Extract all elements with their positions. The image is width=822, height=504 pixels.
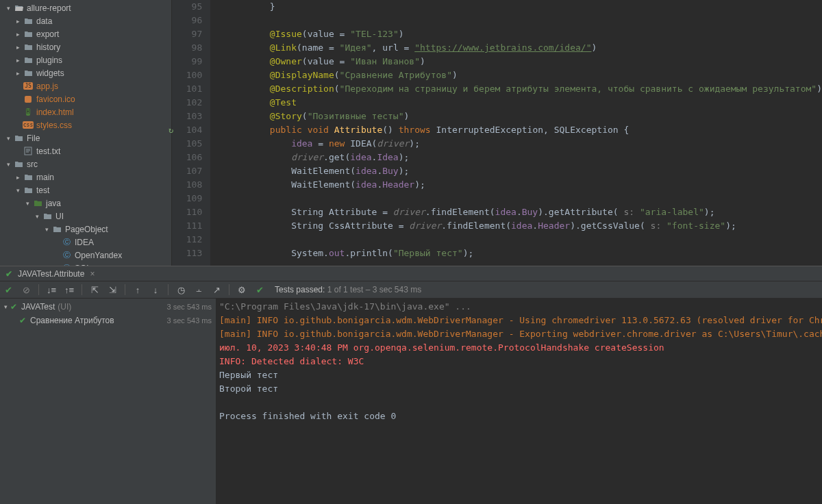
line-number: 111 bbox=[172, 219, 202, 233]
tree-item-label: app.js bbox=[36, 81, 58, 91]
console-line: июл. 10, 2023 3:40:48 PM org.openqa.sele… bbox=[219, 341, 819, 355]
tree-item-ui[interactable]: ▾UI bbox=[0, 210, 171, 223]
code-line[interactable]: @DisplayName("Сравнение Атрибутов") bbox=[227, 68, 822, 82]
tree-item-export[interactable]: ▸export bbox=[0, 27, 171, 40]
line-number: 96 bbox=[172, 14, 202, 27]
tree-item-index-html[interactable]: Hindex.html bbox=[0, 105, 171, 118]
stats-icon[interactable]: ⫠ bbox=[193, 284, 204, 295]
folder-closed-icon bbox=[23, 55, 33, 65]
tree-item-label: src bbox=[27, 160, 38, 169]
line-number: 100 bbox=[172, 68, 202, 82]
code-line[interactable]: } bbox=[227, 0, 822, 14]
code-line[interactable]: String Attribute = driver.findElement(id… bbox=[227, 205, 822, 219]
sort-failed-icon[interactable]: ↑≡ bbox=[64, 284, 75, 295]
run-tab-bar: ✔ JAVATest.Attribute × bbox=[0, 266, 822, 281]
chevron-icon[interactable]: ▾ bbox=[42, 226, 51, 233]
code-line[interactable]: @Story("Позитивные тесты") bbox=[227, 110, 822, 123]
tree-item-label: data bbox=[36, 16, 52, 26]
code-line[interactable]: driver.get(idea.Idea); bbox=[227, 151, 822, 164]
tree-item-styles-css[interactable]: cssstyles.css bbox=[0, 118, 171, 131]
code-line[interactable]: WaitElement(idea.Buy); bbox=[227, 164, 822, 178]
line-number: 105 bbox=[172, 137, 202, 151]
stop-icon[interactable]: ⊘ bbox=[21, 284, 32, 295]
code-line[interactable]: @Link(name = "Идея", url = "https://www.… bbox=[227, 41, 822, 55]
chevron-icon[interactable]: ▾ bbox=[4, 303, 8, 310]
settings-icon[interactable]: ⚙ bbox=[236, 284, 247, 295]
project-tree[interactable]: ▾allure-report▸data▸export▸history▸plugi… bbox=[0, 0, 172, 266]
tree-item-data[interactable]: ▸data bbox=[0, 14, 171, 27]
chevron-icon[interactable]: ▸ bbox=[14, 70, 22, 77]
close-icon[interactable]: × bbox=[90, 269, 95, 279]
sort-passed-icon[interactable]: ↓≡ bbox=[46, 284, 57, 295]
chevron-icon[interactable]: ▾ bbox=[4, 135, 12, 142]
test-row[interactable]: ✔Сравнение Атрибутов3 sec 543 ms bbox=[0, 314, 216, 327]
file-js-icon: JS bbox=[23, 81, 33, 91]
chevron-icon[interactable]: ▾ bbox=[4, 5, 12, 12]
line-number: 104↻ bbox=[172, 123, 202, 137]
line-number: 102 bbox=[172, 96, 202, 110]
chevron-icon[interactable]: ▸ bbox=[14, 57, 22, 64]
export-icon[interactable]: ↗ bbox=[211, 284, 222, 295]
tree-item-label: favicon.ico bbox=[36, 94, 75, 104]
rerun-pass-icon[interactable]: ✔ bbox=[3, 284, 14, 295]
code-line[interactable] bbox=[227, 192, 822, 205]
tree-item-src[interactable]: ▾src bbox=[0, 158, 171, 171]
tree-item-app-js[interactable]: JSapp.js bbox=[0, 79, 171, 92]
test-name: Сравнение Атрибутов bbox=[30, 316, 114, 325]
file-ico-icon bbox=[23, 94, 33, 104]
run-gutter-icon[interactable]: ↻ bbox=[169, 123, 173, 137]
code-line[interactable]: public void Attribute() throws Interrupt… bbox=[227, 123, 822, 137]
chevron-icon[interactable]: ▾ bbox=[4, 161, 12, 168]
chevron-icon[interactable]: ▸ bbox=[14, 174, 22, 181]
chevron-icon[interactable]: ▸ bbox=[14, 31, 22, 38]
tree-item-label: UI bbox=[55, 212, 64, 221]
code-line[interactable]: @Owner(value = "Иван Иванов") bbox=[227, 55, 822, 68]
editor-gutter: 9596979899100101102103104↻10510610710810… bbox=[172, 0, 210, 266]
tree-item-java[interactable]: ▾java bbox=[0, 197, 171, 210]
separator bbox=[38, 284, 39, 295]
history-icon[interactable]: ◷ bbox=[175, 284, 186, 295]
tree-item-main[interactable]: ▸main bbox=[0, 171, 171, 184]
line-number: 112 bbox=[172, 233, 202, 247]
chevron-icon[interactable]: ▾ bbox=[33, 213, 41, 220]
test-results-tree[interactable]: ▾ ✔JAVATest(UI)3 sec 543 ms✔Сравнение Ат… bbox=[0, 299, 216, 504]
console-line: INFO: Detected dialect: W3C bbox=[219, 355, 819, 368]
collapse-all-icon[interactable]: ⇲ bbox=[107, 284, 118, 295]
tree-item-file[interactable]: ▾File bbox=[0, 131, 171, 144]
expand-all-icon[interactable]: ⇱ bbox=[89, 284, 100, 295]
code-line[interactable]: @Description("Переходим на страницу и бе… bbox=[227, 82, 822, 96]
editor-code[interactable]: } @Issue(value = "TEL-123") @Link(name =… bbox=[210, 0, 822, 266]
line-number: 103 bbox=[172, 110, 202, 123]
console-line: "C:\Program Files\Java\jdk-17\bin\java.e… bbox=[219, 300, 819, 314]
code-line[interactable] bbox=[227, 233, 822, 247]
console-output[interactable]: "C:\Program Files\Java\jdk-17\bin\java.e… bbox=[216, 299, 822, 504]
test-row[interactable]: ▾ ✔JAVATest(UI)3 sec 543 ms bbox=[0, 300, 216, 314]
code-line[interactable]: @Issue(value = "TEL-123") bbox=[227, 27, 822, 41]
code-line[interactable]: @Test bbox=[227, 96, 822, 110]
tree-item-favicon-ico[interactable]: favicon.ico bbox=[0, 92, 171, 105]
run-tab-label[interactable]: JAVATest.Attribute bbox=[18, 269, 84, 279]
code-line[interactable]: System.out.println("Первый тест"); bbox=[227, 247, 822, 260]
tree-item-widgets[interactable]: ▸widgets bbox=[0, 66, 171, 79]
tree-item-idea[interactable]: ⒸIDEA bbox=[0, 236, 171, 249]
tree-item-test[interactable]: ▾test bbox=[0, 184, 171, 197]
prev-icon[interactable]: ↑ bbox=[132, 284, 143, 295]
code-line[interactable]: String CssAttribute = driver.findElement… bbox=[227, 219, 822, 233]
chevron-icon[interactable]: ▸ bbox=[14, 44, 22, 51]
tree-item-plugins[interactable]: ▸plugins bbox=[0, 53, 171, 66]
tree-item-history[interactable]: ▸history bbox=[0, 40, 171, 53]
chevron-icon[interactable]: ▾ bbox=[14, 187, 22, 194]
tree-item-label: PageObject bbox=[65, 225, 108, 234]
tree-item-allure-report[interactable]: ▾allure-report bbox=[0, 1, 171, 14]
tree-item-openyandex[interactable]: ⒸOpenYandex bbox=[0, 249, 171, 262]
line-number: 108 bbox=[172, 178, 202, 192]
code-line[interactable]: WaitElement(idea.Header); bbox=[227, 178, 822, 192]
chevron-icon[interactable]: ▾ bbox=[23, 200, 32, 207]
next-icon[interactable]: ↓ bbox=[150, 284, 161, 295]
code-line[interactable]: idea = new IDEA(driver); bbox=[227, 137, 822, 151]
code-line[interactable] bbox=[227, 14, 822, 27]
chevron-icon[interactable]: ▸ bbox=[14, 18, 22, 25]
tree-item-pageobject[interactable]: ▾PageObject bbox=[0, 223, 171, 236]
code-editor[interactable]: 9596979899100101102103104↻10510610710810… bbox=[172, 0, 822, 266]
tree-item-test-txt[interactable]: test.txt bbox=[0, 144, 171, 158]
